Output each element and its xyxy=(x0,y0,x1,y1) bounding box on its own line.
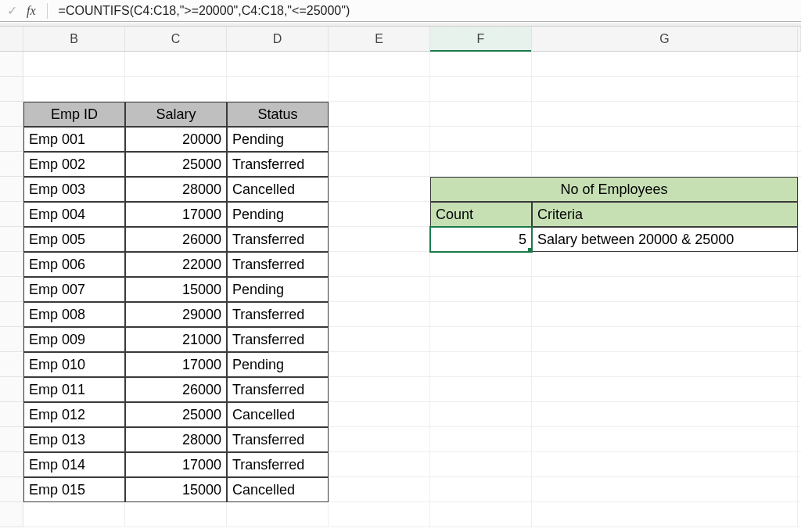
col-header-f[interactable]: F xyxy=(430,27,532,51)
cell[interactable] xyxy=(430,352,532,377)
table-row[interactable]: 29000 xyxy=(125,302,227,327)
table-row[interactable]: Emp 015 xyxy=(23,477,125,502)
table-row[interactable]: Emp 008 xyxy=(23,302,125,327)
cell[interactable] xyxy=(532,52,798,77)
spreadsheet-grid[interactable]: B C D E F G Emp ID Salary Status Emp 001… xyxy=(0,27,801,527)
cell[interactable] xyxy=(798,152,801,177)
cell[interactable] xyxy=(329,52,430,77)
table-row[interactable]: Emp 014 xyxy=(23,452,125,477)
cell[interactable] xyxy=(430,277,532,302)
fx-label[interactable]: fx xyxy=(23,4,39,18)
cell[interactable] xyxy=(798,502,801,527)
cell[interactable] xyxy=(532,452,798,477)
table-row[interactable]: Emp 011 xyxy=(23,377,125,402)
table-header-salary[interactable]: Salary xyxy=(125,102,227,127)
table-row[interactable]: 20000 xyxy=(125,127,227,152)
table-row[interactable]: 17000 xyxy=(125,202,227,227)
table-header-empid[interactable]: Emp ID xyxy=(23,102,125,127)
row-header[interactable] xyxy=(0,452,23,477)
table-row[interactable]: Emp 010 xyxy=(23,352,125,377)
table-row[interactable]: Emp 006 xyxy=(23,252,125,277)
cell[interactable] xyxy=(329,277,430,302)
cell[interactable] xyxy=(798,352,801,377)
cell[interactable] xyxy=(329,327,430,352)
cell[interactable] xyxy=(798,377,801,402)
cell[interactable] xyxy=(329,102,430,127)
table-row[interactable]: 26000 xyxy=(125,227,227,252)
table-row[interactable]: Pending xyxy=(227,277,329,302)
cell[interactable] xyxy=(430,52,532,77)
table-row[interactable]: Cancelled xyxy=(227,477,329,502)
cell[interactable] xyxy=(798,452,801,477)
table-row[interactable]: 28000 xyxy=(125,427,227,452)
cell[interactable] xyxy=(329,402,430,427)
table-row[interactable]: Transferred xyxy=(227,452,329,477)
cell[interactable] xyxy=(532,402,798,427)
row-header[interactable] xyxy=(0,302,23,327)
table-row[interactable]: 17000 xyxy=(125,352,227,377)
table-row[interactable]: Pending xyxy=(227,352,329,377)
cell[interactable] xyxy=(798,402,801,427)
table-row[interactable]: 22000 xyxy=(125,252,227,277)
cell[interactable] xyxy=(430,427,532,452)
cell[interactable] xyxy=(430,102,532,127)
cell[interactable] xyxy=(125,52,227,77)
table-row[interactable]: Transferred xyxy=(227,377,329,402)
cell[interactable] xyxy=(532,127,798,152)
cell[interactable] xyxy=(329,502,430,527)
cell[interactable] xyxy=(329,127,430,152)
cell[interactable] xyxy=(532,302,798,327)
result-title[interactable]: No of Employees xyxy=(430,177,798,202)
table-row[interactable]: 26000 xyxy=(125,377,227,402)
table-row[interactable]: 25000 xyxy=(125,402,227,427)
cell[interactable] xyxy=(798,202,801,227)
col-header-d[interactable]: D xyxy=(227,27,329,51)
table-row[interactable]: Transferred xyxy=(227,252,329,277)
row-header[interactable] xyxy=(0,502,23,527)
cell[interactable] xyxy=(430,152,532,177)
row-header[interactable] xyxy=(0,427,23,452)
cell[interactable] xyxy=(430,377,532,402)
row-header[interactable] xyxy=(0,277,23,302)
table-row[interactable]: Emp 013 xyxy=(23,427,125,452)
cell[interactable] xyxy=(125,502,227,527)
col-header-c[interactable]: C xyxy=(125,27,227,51)
table-row[interactable]: Emp 012 xyxy=(23,402,125,427)
cell[interactable] xyxy=(532,427,798,452)
table-row[interactable]: 17000 xyxy=(125,452,227,477)
cell[interactable] xyxy=(798,52,801,77)
row-header[interactable] xyxy=(0,402,23,427)
col-header-b[interactable]: B xyxy=(23,27,125,51)
table-row[interactable]: Cancelled xyxy=(227,402,329,427)
cell[interactable] xyxy=(430,477,532,502)
table-row[interactable]: 28000 xyxy=(125,177,227,202)
cell[interactable] xyxy=(798,252,801,277)
row-header[interactable] xyxy=(0,377,23,402)
row-header[interactable] xyxy=(0,227,23,252)
table-header-status[interactable]: Status xyxy=(227,102,329,127)
row-header[interactable] xyxy=(0,52,23,77)
cell[interactable] xyxy=(798,427,801,452)
cell[interactable] xyxy=(329,77,430,102)
result-count-header[interactable]: Count xyxy=(430,202,532,227)
cell[interactable] xyxy=(430,302,532,327)
row-header[interactable] xyxy=(0,127,23,152)
cell[interactable] xyxy=(430,402,532,427)
cell[interactable] xyxy=(329,452,430,477)
cell[interactable] xyxy=(532,327,798,352)
cell[interactable] xyxy=(329,177,430,202)
table-row[interactable]: Emp 003 xyxy=(23,177,125,202)
row-header[interactable] xyxy=(0,177,23,202)
row-header[interactable] xyxy=(0,202,23,227)
cell[interactable] xyxy=(430,77,532,102)
cell[interactable] xyxy=(798,477,801,502)
row-header[interactable] xyxy=(0,152,23,177)
cell[interactable] xyxy=(329,202,430,227)
cell[interactable] xyxy=(430,327,532,352)
cell[interactable] xyxy=(329,377,430,402)
cell[interactable] xyxy=(532,277,798,302)
table-row[interactable]: Transferred xyxy=(227,302,329,327)
table-row[interactable]: Transferred xyxy=(227,327,329,352)
cell[interactable] xyxy=(23,502,125,527)
cell[interactable] xyxy=(329,152,430,177)
